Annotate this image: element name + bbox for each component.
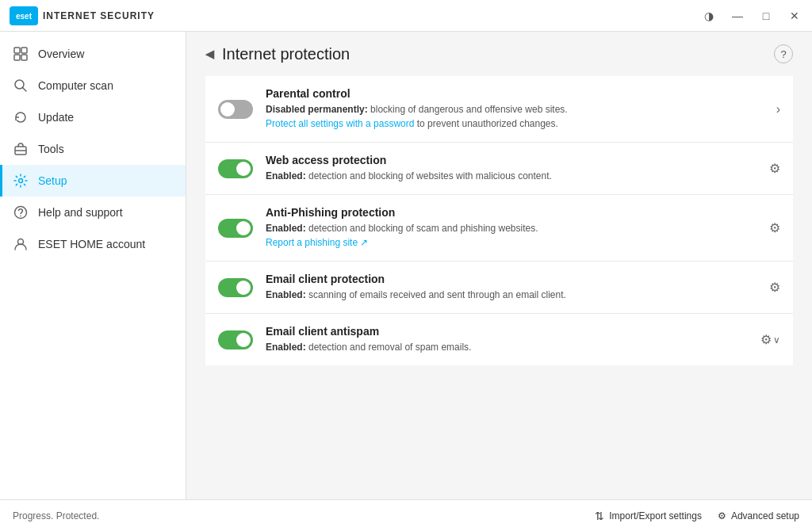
sidebar: Overview Computer scan Update (0, 32, 186, 499)
page-title: Internet protection (222, 45, 350, 63)
sidebar-label-computer-scan: Computer scan (38, 79, 113, 92)
eset-logo: eset INTERNET SECURITY (10, 6, 155, 25)
footer-status: Progress. Protected. (13, 510, 99, 521)
sidebar-label-update: Update (38, 111, 74, 124)
app-title: INTERNET SECURITY (43, 10, 155, 21)
protection-item-anti-phishing: Anti-Phishing protection Enabled: detect… (205, 195, 793, 262)
web-access-desc: Enabled: detection and blocking of websi… (266, 169, 756, 183)
protection-list: Parental control Disabled permanently: b… (186, 76, 812, 499)
sidebar-label-eset-home: ESET HOME account (38, 238, 145, 250)
web-access-action[interactable]: ⚙ (769, 161, 780, 176)
footer-actions: ⇅ Import/Export settings ⚙ Advanced setu… (595, 510, 799, 522)
svg-rect-5 (21, 55, 27, 60)
advanced-setup-button[interactable]: ⚙ Advanced setup (718, 510, 799, 522)
titlebar: eset INTERNET SECURITY ◑ — □ ✕ (0, 0, 812, 32)
main-container: Overview Computer scan Update (0, 32, 812, 499)
parental-control-desc: Disabled permanently: blocking of danger… (266, 102, 764, 131)
svg-point-12 (20, 216, 21, 217)
sidebar-item-update[interactable]: Update (0, 101, 186, 133)
import-export-label: Import/Export settings (609, 510, 702, 521)
email-client-title: Email client protection (266, 273, 756, 285)
svg-rect-4 (14, 55, 20, 60)
toggle-anti-phishing[interactable] (218, 219, 253, 238)
anti-phishing-desc: Enabled: detection and blocking of scam … (266, 221, 756, 250)
briefcase-icon (13, 141, 29, 157)
parental-control-link[interactable]: Protect all settings with a password (266, 118, 414, 129)
gear-icon-antispam: ⚙ (760, 332, 772, 347)
toggle-email-client[interactable] (218, 278, 253, 297)
anti-phishing-status: Enabled: (266, 223, 306, 234)
sidebar-item-setup[interactable]: Setup (0, 165, 186, 197)
help-button[interactable]: ? (774, 44, 793, 63)
advanced-setup-icon: ⚙ (718, 510, 726, 521)
svg-rect-3 (21, 48, 27, 53)
close-button[interactable]: ✕ (787, 8, 802, 24)
parental-control-status: Disabled permanently: (266, 104, 368, 115)
anti-phishing-content: Anti-Phishing protection Enabled: detect… (266, 206, 756, 250)
anti-phishing-title: Anti-Phishing protection (266, 206, 756, 219)
contrast-button[interactable]: ◑ (701, 8, 717, 24)
anti-phishing-link[interactable]: Report a phishing site ↗ (266, 237, 368, 248)
content-header: ◀ Internet protection ? (186, 32, 812, 76)
question-icon (13, 204, 29, 220)
svg-line-7 (23, 88, 27, 92)
web-access-title: Web access protection (266, 154, 756, 166)
protection-item-web-access: Web access protection Enabled: detection… (205, 143, 793, 195)
sidebar-item-overview[interactable]: Overview (0, 38, 186, 70)
titlebar-controls: ◑ — □ ✕ (701, 8, 802, 24)
email-client-content: Email client protection Enabled: scannin… (266, 273, 756, 302)
sidebar-item-computer-scan[interactable]: Computer scan (0, 70, 186, 101)
chevron-right-icon: › (776, 102, 780, 117)
web-access-content: Web access protection Enabled: detection… (266, 154, 756, 183)
svg-text:eset: eset (16, 12, 33, 21)
sidebar-label-overview: Overview (38, 48, 84, 60)
anti-phishing-action[interactable]: ⚙ (769, 220, 780, 235)
web-access-status: Enabled: (266, 170, 306, 181)
antispam-content: Email client antispam Enabled: detection… (266, 325, 748, 354)
search-icon (13, 78, 29, 94)
email-client-action[interactable]: ⚙ (769, 280, 780, 295)
antispam-status: Enabled: (266, 342, 306, 353)
svg-rect-2 (14, 48, 20, 53)
svg-point-10 (19, 179, 23, 183)
protection-item-parental-control: Parental control Disabled permanently: b… (205, 76, 793, 143)
antispam-action[interactable]: ⚙ ∨ (760, 332, 780, 347)
sidebar-label-setup: Setup (38, 174, 67, 187)
footer: Progress. Protected. ⇅ Import/Export set… (0, 499, 812, 531)
maximize-button[interactable]: □ (758, 8, 774, 24)
import-export-icon: ⇅ (595, 510, 604, 522)
grid-icon (13, 46, 29, 62)
gear-icon-email-client: ⚙ (769, 280, 780, 295)
user-icon (13, 236, 29, 252)
antispam-desc: Enabled: detection and removal of spam e… (266, 340, 748, 354)
titlebar-left: eset INTERNET SECURITY (10, 6, 155, 25)
protection-item-email-client: Email client protection Enabled: scannin… (205, 262, 793, 314)
email-client-desc: Enabled: scanning of emails received and… (266, 288, 756, 302)
antispam-title: Email client antispam (266, 325, 748, 338)
content-area: ◀ Internet protection ? Parental control… (186, 32, 812, 499)
sidebar-item-help-support[interactable]: Help and support (0, 197, 186, 228)
toggle-antispam[interactable] (218, 330, 253, 350)
gear-teal-icon (13, 173, 29, 189)
parental-control-title: Parental control (266, 87, 764, 100)
chevron-down-icon-antispam: ∨ (773, 334, 780, 346)
content-header-left: ◀ Internet protection (205, 45, 350, 63)
parental-control-content: Parental control Disabled permanently: b… (266, 87, 764, 131)
refresh-icon (13, 109, 29, 125)
sidebar-label-tools: Tools (38, 143, 64, 155)
gear-icon-web-access: ⚙ (769, 161, 780, 176)
gear-icon-anti-phishing: ⚙ (769, 220, 780, 235)
toggle-parental-control[interactable] (218, 100, 253, 119)
protection-item-antispam: Email client antispam Enabled: detection… (205, 314, 793, 365)
back-arrow[interactable]: ◀ (205, 48, 214, 60)
import-export-button[interactable]: ⇅ Import/Export settings (595, 510, 702, 522)
toggle-web-access[interactable] (218, 159, 253, 178)
logo-box: eset (10, 6, 38, 25)
sidebar-label-help-support: Help and support (38, 206, 123, 219)
sidebar-item-tools[interactable]: Tools (0, 133, 186, 165)
sidebar-item-eset-home[interactable]: ESET HOME account (0, 228, 186, 260)
minimize-button[interactable]: — (730, 8, 745, 24)
advanced-setup-label: Advanced setup (731, 510, 799, 521)
parental-control-action[interactable]: › (776, 102, 780, 117)
email-client-status: Enabled: (266, 289, 306, 300)
